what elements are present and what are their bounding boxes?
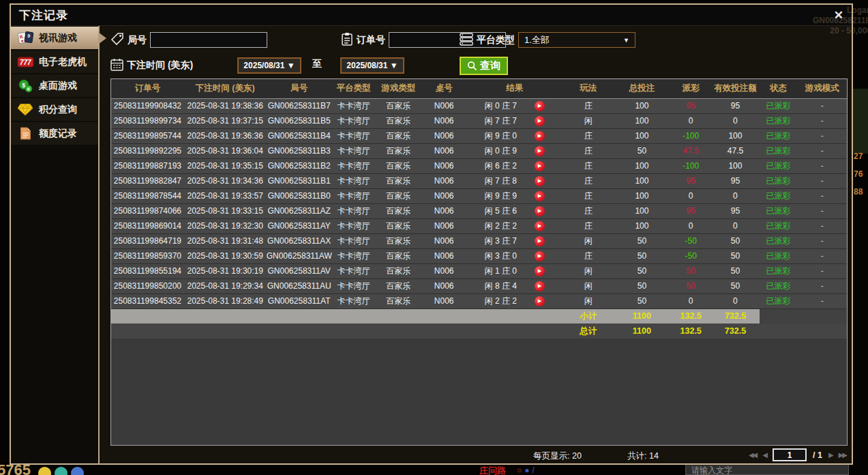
cell-valid-bet: 95	[711, 203, 759, 218]
next-page-icon[interactable]: ▶	[828, 451, 833, 459]
svg-text:¢: ¢	[27, 87, 30, 91]
cell-result: 闲 3 庄 7▶	[466, 233, 563, 248]
grand-total-row: 总计 1100 132.5 732.5	[111, 323, 847, 339]
date-from-picker[interactable]: 2025/08/31 ▼	[237, 57, 301, 74]
replay-icon[interactable]: ▶	[535, 206, 545, 216]
cell-bet-time: 2025-08-31 19:38:36	[184, 98, 267, 113]
cell-game-mode: -	[798, 158, 847, 173]
cell-order-number: 250831199892295	[111, 143, 184, 158]
cell-payout: 95	[670, 173, 711, 188]
cell-game-type: 百家乐	[375, 278, 421, 293]
grand-total-valid-bet: 732.5	[711, 323, 759, 339]
result-text: 闲 6 庄 2	[485, 160, 517, 172]
cell-game-type: 百家乐	[375, 188, 421, 203]
sidebar-item-video-games[interactable]: K♥ 9 视讯游戏	[11, 27, 98, 49]
sidebar-item-slots[interactable]: 777 电子老虎机	[11, 51, 98, 73]
title-bar: 下注记录 ✕	[11, 5, 852, 26]
table-row: 2508311998871932025-08-31 19:35:15GN0062…	[111, 158, 847, 173]
result-text: 闲 2 庄 2	[485, 220, 517, 232]
cell-bet-on: 闲	[563, 233, 613, 248]
last-page-icon[interactable]: ▶▶	[839, 451, 846, 459]
cell-game-mode: -	[798, 128, 847, 143]
cell-valid-bet: 0	[711, 293, 759, 308]
cell-table-number: N006	[421, 218, 466, 233]
cell-bet-on: 庄	[563, 173, 613, 188]
cell-bet-time: 2025-08-31 19:33:57	[184, 188, 267, 203]
cell-game-type: 百家乐	[375, 203, 421, 218]
cell-platform: 卡卡湾厅	[332, 143, 376, 158]
cell-status: 已派彩	[760, 218, 798, 233]
cell-total-bet: 100	[614, 203, 670, 218]
cell-status: 已派彩	[760, 278, 798, 293]
replay-icon[interactable]: ▶	[535, 131, 545, 141]
cell-total-bet: 100	[614, 128, 670, 143]
cell-bet-time: 2025-08-31 19:28:49	[184, 293, 267, 308]
document-icon	[16, 127, 34, 140]
cell-platform: 卡卡湾厅	[332, 188, 376, 203]
bet-time-label: 下注时间 (美东)	[127, 59, 193, 72]
cell-table-number: N006	[421, 98, 466, 113]
cell-game-mode: -	[798, 188, 847, 203]
replay-icon[interactable]: ▶	[535, 146, 545, 156]
calendar-icon	[110, 58, 123, 73]
close-icon[interactable]: ✕	[834, 10, 843, 21]
cell-total-bet: 50	[614, 233, 670, 248]
result-text: 闲 0 庄 9	[485, 145, 517, 157]
replay-icon[interactable]: ▶	[535, 251, 545, 261]
replay-icon[interactable]: ▶	[535, 161, 545, 171]
cell-table-number: N006	[421, 143, 466, 158]
subtotal-valid-bet: 732.5	[711, 308, 759, 323]
table-totals: 小计 1100 132.5 732.5 总计 1100 132.5 732.5	[111, 308, 847, 339]
cell-order-number: 250831199908432	[111, 98, 184, 113]
grand-total-total-bet: 1100	[614, 323, 670, 339]
cell-valid-bet: 95	[711, 173, 759, 188]
cell-game-type: 百家乐	[375, 173, 421, 188]
platform-type-select[interactable]: 1.全部 ▼	[518, 32, 635, 48]
replay-icon[interactable]: ▶	[535, 236, 545, 246]
cell-game-mode: -	[798, 293, 847, 308]
cell-total-bet: 100	[614, 173, 670, 188]
platform-icon	[460, 33, 473, 48]
replay-icon[interactable]: ▶	[535, 116, 545, 126]
replay-icon[interactable]: ▶	[535, 221, 545, 231]
cell-total-bet: 50	[614, 263, 670, 278]
round-number-input[interactable]	[150, 32, 267, 48]
col-platform: 平台类型	[332, 79, 376, 98]
cell-game-mode: -	[798, 98, 847, 113]
cell-status: 已派彩	[760, 203, 798, 218]
table-row: 2508311998957442025-08-31 19:36:36GN0062…	[111, 128, 847, 143]
cell-total-bet: 50	[614, 278, 670, 293]
cell-round-number: GN006258311B4	[267, 128, 332, 143]
result-text: 闲 2 庄 2	[485, 296, 517, 307]
col-time: 下注时间 (美东)	[184, 79, 267, 98]
replay-icon[interactable]: ▶	[535, 281, 545, 291]
sidebar-item-table-games[interactable]: $¢ 桌面游戏	[11, 74, 98, 97]
col-result: 结果	[466, 79, 563, 98]
cell-bet-time: 2025-08-31 19:30:59	[184, 248, 267, 263]
cell-order-number: 250831199882847	[111, 173, 184, 188]
prev-page-icon[interactable]: ◀	[762, 451, 766, 459]
query-button-label: 查询	[480, 59, 500, 72]
cell-bet-time: 2025-08-31 19:36:04	[184, 143, 267, 158]
replay-icon[interactable]: ▶	[535, 101, 545, 111]
cell-order-number: 250831199895744	[111, 128, 184, 143]
sidebar-item-quota-records[interactable]: 额度记录	[11, 122, 98, 145]
replay-icon[interactable]: ▶	[535, 176, 545, 186]
replay-icon[interactable]: ▶	[535, 191, 545, 201]
cell-payout: -50	[670, 233, 711, 248]
first-page-icon[interactable]: ◀◀	[749, 451, 756, 459]
subtotal-payout: 132.5	[670, 308, 711, 323]
date-to-picker[interactable]: 2025/08/31 ▼	[340, 57, 404, 74]
cell-table-number: N006	[421, 158, 466, 173]
replay-icon[interactable]: ▶	[535, 296, 545, 306]
page-number-input[interactable]	[773, 448, 807, 461]
table-games-icon: $¢	[16, 79, 34, 93]
cell-result: 闲 7 庄 7▶	[466, 113, 563, 128]
sidebar-item-points-query[interactable]: 积分查询	[11, 98, 98, 121]
replay-icon[interactable]: ▶	[535, 266, 545, 276]
cell-round-number: GN006258311B0	[267, 188, 332, 203]
cell-game-type: 百家乐	[375, 143, 421, 158]
query-button[interactable]: 查询	[460, 57, 508, 75]
subtotal-label: 小计	[563, 308, 613, 323]
table-row: 2508311998453522025-08-31 19:28:49GN0062…	[111, 293, 847, 308]
